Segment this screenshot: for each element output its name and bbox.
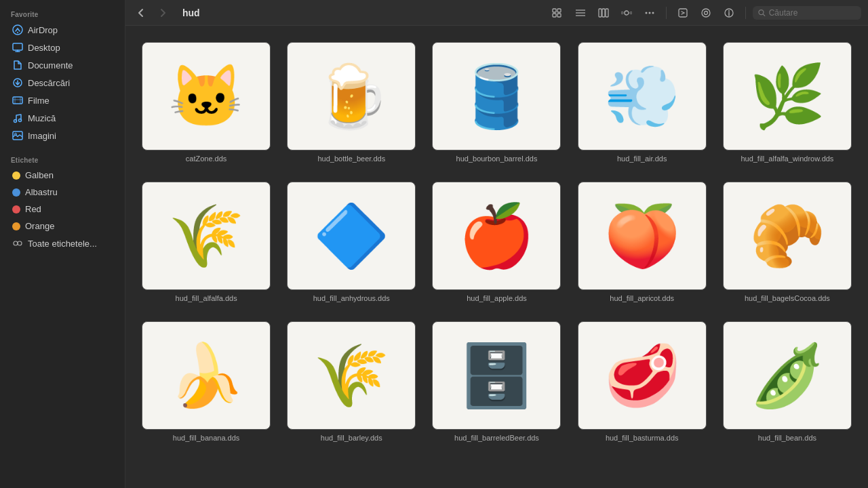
file-name-label: hud_bottle_beer.dds (317, 155, 385, 163)
file-name-label: hud_fill_apple.dds (467, 294, 527, 302)
search-box[interactable] (753, 6, 861, 20)
airdrop-label: AirDrop (28, 25, 58, 35)
blue-tag-dot (12, 188, 20, 197)
svg-rect-11 (553, 9, 556, 12)
file-thumbnail-emoji: 🌾 (313, 345, 389, 406)
svg-point-1 (17, 32, 18, 33)
all-tags-icon (12, 238, 23, 249)
back-button[interactable] (132, 5, 150, 20)
svg-rect-14 (557, 14, 561, 17)
grid-item-7[interactable]: 🔷hud_fill_anhydrous.dds (284, 179, 418, 305)
sidebar-item-airdrop[interactable]: AirDrop (4, 22, 121, 38)
sidebar-item-pictures[interactable]: Imagini (4, 127, 121, 144)
grid-item-4[interactable]: 💨hud_fill_air.dds (575, 39, 709, 165)
file-name-label: hud_fill_alfalfa.dds (176, 294, 237, 302)
svg-rect-27 (679, 9, 687, 17)
file-thumbnail-emoji: 💨 (604, 66, 680, 127)
sidebar-item-all-tags[interactable]: Toate etichetele... (4, 235, 121, 251)
grid-item-13[interactable]: 🗄️hud_fill_barreledBeer.dds (429, 319, 564, 445)
sidebar-item-desktop[interactable]: Desktop (4, 39, 121, 56)
svg-point-22 (621, 12, 623, 14)
desktop-label: Desktop (28, 43, 60, 53)
thumbnail: 🐱 (142, 42, 271, 150)
svg-point-26 (652, 12, 654, 14)
file-thumbnail-emoji: 🌿 (749, 66, 825, 127)
thumbnail: 🍎 (432, 182, 561, 290)
grid-item-10[interactable]: 🥐hud_fill_bagelsCocoa.dds (720, 179, 854, 305)
svg-point-10 (18, 241, 22, 245)
file-name-label: hud_fill_barreledBeer.dds (454, 434, 539, 442)
thumbnail: 🫛 (723, 321, 852, 430)
blue-tag-label: Albastru (25, 187, 58, 197)
search-input[interactable] (769, 8, 856, 18)
thumbnail: 🗄️ (432, 321, 561, 430)
all-tags-label: Toate etichetele... (28, 239, 97, 249)
file-thumbnail-emoji: 🔷 (313, 205, 389, 266)
sidebar-item-orange[interactable]: Orange (4, 218, 121, 234)
sidebar-item-downloads[interactable]: Descărcări (4, 75, 121, 91)
file-name-label: hud_fill_apricot.dds (610, 294, 674, 302)
file-thumbnail-emoji: 🥐 (749, 205, 825, 266)
thumbnail: 🛢️ (432, 42, 561, 150)
svg-rect-20 (606, 9, 608, 17)
grid-item-3[interactable]: 🛢️hud_bourbon_barrel.dds (429, 39, 564, 165)
orange-tag-label: Orange (25, 221, 54, 231)
sidebar-item-blue[interactable]: Albastru (4, 184, 121, 200)
sidebar-item-documents[interactable]: Documente (4, 57, 121, 73)
svg-point-5 (14, 120, 17, 123)
thumbnail: 🍌 (142, 321, 271, 430)
file-name-label: hud_fill_alfalfa_windrow.dds (741, 155, 833, 163)
grid-item-11[interactable]: 🍌hud_fill_banana.dds (139, 319, 273, 445)
grid-item-6[interactable]: 🌾hud_fill_alfalfa.dds (139, 179, 273, 305)
grid-item-9[interactable]: 🍑hud_fill_apricot.dds (575, 179, 709, 305)
grid-item-2[interactable]: 🍺hud_bottle_beer.dds (284, 39, 418, 165)
grid-item-15[interactable]: 🫛hud_fill_bean.dds (720, 319, 854, 445)
file-thumbnail-emoji: 🐱 (168, 66, 244, 127)
file-name-label: hud_bourbon_barrel.dds (456, 155, 538, 163)
file-thumbnail-emoji: 🍺 (313, 66, 389, 127)
sidebar-item-yellow[interactable]: Galben (4, 167, 121, 183)
svg-point-24 (646, 12, 648, 14)
grid-item-5[interactable]: 🌿hud_fill_alfalfa_windrow.dds (720, 39, 854, 165)
file-name-label: hud_fill_air.dds (617, 155, 667, 163)
svg-rect-2 (13, 43, 22, 50)
more-button[interactable] (640, 5, 659, 20)
svg-line-34 (763, 14, 765, 16)
yellow-tag-dot (12, 171, 20, 180)
forward-button[interactable] (154, 5, 172, 20)
thumbnail: 🍺 (287, 42, 416, 150)
svg-point-32 (728, 10, 730, 12)
movies-label: Filme (28, 96, 50, 106)
tags-section-label: Etichete (0, 151, 125, 167)
grid-item-8[interactable]: 🍎hud_fill_apple.dds (429, 179, 564, 305)
sidebar-item-red[interactable]: Red (4, 201, 121, 217)
svg-rect-19 (602, 9, 605, 17)
thumbnail: 🌾 (142, 182, 271, 290)
info-button[interactable] (719, 5, 738, 21)
red-tag-dot (12, 205, 20, 214)
share-button[interactable] (673, 5, 692, 21)
orange-tag-dot (12, 222, 20, 230)
main-content: hud (125, 0, 868, 488)
grid-item-12[interactable]: 🌾hud_fill_barley.dds (284, 319, 418, 445)
file-name-label: hud_fill_banana.dds (173, 434, 239, 442)
grid-item-1[interactable]: 🐱catZone.dds (139, 39, 273, 165)
gallery-view-button[interactable] (617, 5, 636, 20)
list-view-button[interactable] (571, 5, 590, 20)
sidebar-item-music[interactable]: Muzică (4, 110, 121, 126)
sidebar: Favorite AirDrop Desktop D (0, 0, 125, 488)
sidebar-item-movies[interactable]: Filme (4, 92, 121, 108)
grid-item-14[interactable]: 🥩hud_fill_basturma.dds (575, 319, 709, 445)
column-view-button[interactable] (594, 5, 613, 20)
icon-view-button[interactable] (548, 5, 567, 20)
thumbnail: 💨 (578, 42, 707, 150)
favorites-section-label: Favorite (0, 5, 125, 21)
thumbnail: 🔷 (287, 182, 416, 290)
svg-point-25 (649, 12, 651, 14)
documents-label: Documente (28, 60, 73, 70)
toolbar: hud (125, 0, 868, 26)
svg-point-23 (630, 12, 632, 14)
search-icon (758, 9, 766, 17)
tag-button[interactable] (696, 5, 715, 21)
thumbnail: 🍑 (578, 182, 707, 290)
